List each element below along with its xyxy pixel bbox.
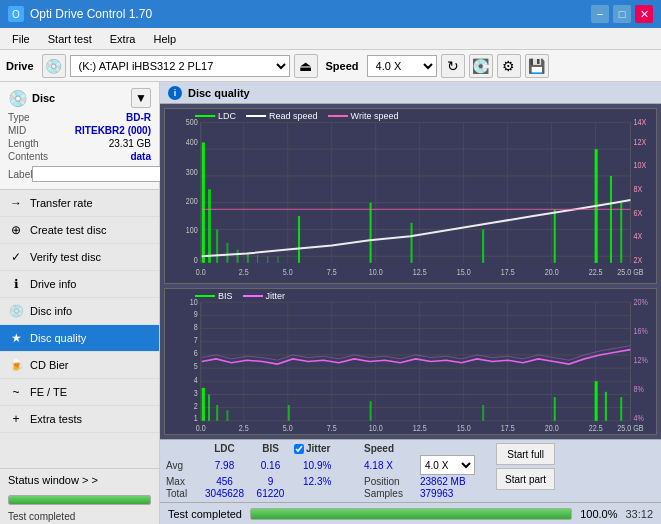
disc-mid-row: MID RITEKBR2 (000) <box>8 125 151 136</box>
disc-contents-row: Contents data <box>8 151 151 162</box>
main-layout: 💿 Disc ▼ Type BD-R MID RITEKBR2 (000) Le… <box>0 82 661 524</box>
verify-test-disc-icon: ✓ <box>8 249 24 265</box>
stats-max-ldc: 456 <box>202 476 247 487</box>
svg-text:17.5: 17.5 <box>501 266 515 277</box>
jitter-label: Jitter <box>306 443 330 454</box>
titlebar-left: O Opti Drive Control 1.70 <box>8 6 152 22</box>
svg-text:9: 9 <box>194 309 198 319</box>
app-title: Opti Drive Control 1.70 <box>30 7 152 21</box>
disc-contents-label: Contents <box>8 151 48 162</box>
status-text-area: Test completed <box>0 509 159 524</box>
drive-label: Drive <box>6 60 34 72</box>
minimize-button[interactable]: − <box>591 5 609 23</box>
transfer-rate-icon: → <box>8 195 24 211</box>
maximize-button[interactable]: □ <box>613 5 631 23</box>
stats-table: LDC BIS Jitter Speed Avg 7.98 0.16 10.9%… <box>166 443 480 499</box>
sidebar-item-verify-test-disc[interactable]: ✓ Verify test disc <box>0 244 159 271</box>
stats-bis-header: BIS <box>248 443 293 454</box>
legend-ldc-label: LDC <box>218 111 236 121</box>
legend-bis-color <box>195 295 215 297</box>
disc-label-input[interactable] <box>32 166 165 182</box>
svg-text:5: 5 <box>194 362 198 372</box>
svg-rect-115 <box>595 381 598 421</box>
svg-rect-52 <box>370 203 372 263</box>
bottom-chart-legend: BIS Jitter <box>195 291 285 301</box>
sidebar-item-drive-info[interactable]: ℹ Drive info <box>0 271 159 298</box>
stats-speed-header: Speed <box>364 443 419 454</box>
svg-text:4%: 4% <box>633 413 644 423</box>
action-buttons: Start full Start part <box>496 443 555 490</box>
svg-text:15.0: 15.0 <box>457 266 471 277</box>
speed-select[interactable]: 4.0 X <box>367 55 437 77</box>
close-button[interactable]: ✕ <box>635 5 653 23</box>
disc-button[interactable]: 💽 <box>469 54 493 78</box>
svg-rect-55 <box>554 209 556 263</box>
legend-bis-label: BIS <box>218 291 233 301</box>
menu-extra[interactable]: Extra <box>102 31 144 47</box>
stats-max-jitter: 12.3% <box>303 476 363 487</box>
svg-text:100: 100 <box>186 224 198 235</box>
svg-rect-116 <box>605 392 607 421</box>
svg-text:10X: 10X <box>633 159 646 170</box>
menu-start-test[interactable]: Start test <box>40 31 100 47</box>
svg-text:8X: 8X <box>633 183 642 194</box>
disc-label-row: Label ⚙ <box>8 165 151 183</box>
sidebar-item-transfer-rate-label: Transfer rate <box>30 197 93 209</box>
start-full-button[interactable]: Start full <box>496 443 555 465</box>
fe-te-icon: ~ <box>8 384 24 400</box>
sidebar-item-disc-info[interactable]: 💿 Disc info <box>0 298 159 325</box>
drive-select[interactable]: (K:) ATAPI iHBS312 2 PL17 <box>70 55 290 77</box>
sidebar-item-transfer-rate[interactable]: → Transfer rate <box>0 190 159 217</box>
menu-help[interactable]: Help <box>145 31 184 47</box>
stats-samples-value: 379963 <box>420 488 480 499</box>
eject-button[interactable]: ⏏ <box>294 54 318 78</box>
disc-title: Disc <box>32 92 55 104</box>
legend-write-label: Write speed <box>351 111 399 121</box>
sidebar-item-extra-tests[interactable]: + Extra tests <box>0 406 159 433</box>
jitter-checkbox[interactable] <box>294 444 304 454</box>
sidebar-item-create-test-disc[interactable]: ⊕ Create test disc <box>0 217 159 244</box>
disc-type-value: BD-R <box>126 112 151 123</box>
elapsed-time: 33:12 <box>625 508 653 520</box>
svg-rect-42 <box>202 142 205 262</box>
status-window-button[interactable]: Status window > > <box>0 468 159 491</box>
sidebar-item-fe-te[interactable]: ~ FE / TE <box>0 379 159 406</box>
svg-rect-44 <box>216 229 218 262</box>
stats-speed-select[interactable]: 4.0 X <box>420 455 475 475</box>
stats-avg-jitter: 10.9% <box>303 460 363 471</box>
disc-options-button[interactable]: ▼ <box>131 88 151 108</box>
svg-text:0: 0 <box>194 254 198 265</box>
svg-text:300: 300 <box>186 166 198 177</box>
sidebar-item-disc-quality[interactable]: ★ Disc quality <box>0 325 159 352</box>
disc-label-key: Label <box>8 169 32 180</box>
sidebar-item-cd-bier[interactable]: 🍺 CD Bier <box>0 352 159 379</box>
legend-ldc-color <box>195 115 215 117</box>
disc-length-row: Length 23.31 GB <box>8 138 151 149</box>
svg-rect-45 <box>226 243 228 263</box>
bottom-status-bar: Test completed 100.0% 33:12 <box>160 502 661 524</box>
svg-rect-110 <box>226 410 228 421</box>
legend-write-color <box>328 115 348 117</box>
svg-text:12.5: 12.5 <box>413 266 427 277</box>
svg-rect-48 <box>257 255 258 263</box>
save-button[interactable]: 💾 <box>525 54 549 78</box>
sidebar-item-disc-quality-label: Disc quality <box>30 332 86 344</box>
disc-mid-label: MID <box>8 125 26 136</box>
window-controls[interactable]: − □ ✕ <box>591 5 653 23</box>
svg-text:3: 3 <box>194 388 198 398</box>
stats-samples-label: Samples <box>364 488 419 499</box>
start-part-button[interactable]: Start part <box>496 468 555 490</box>
svg-rect-113 <box>482 405 484 421</box>
refresh-button[interactable]: ↻ <box>441 54 465 78</box>
svg-rect-46 <box>237 250 239 263</box>
menu-file[interactable]: File <box>4 31 38 47</box>
settings-button[interactable]: ⚙ <box>497 54 521 78</box>
status-text: Test completed <box>8 511 75 522</box>
progress-percent: 100.0% <box>580 508 617 520</box>
stats-position-label: Position <box>364 476 419 487</box>
drive-icon-btn[interactable]: 💿 <box>42 54 66 78</box>
chart-info-icon: i <box>168 86 182 100</box>
disc-quality-icon: ★ <box>8 330 24 346</box>
sidebar-item-drive-info-label: Drive info <box>30 278 76 290</box>
svg-text:12X: 12X <box>633 136 646 147</box>
